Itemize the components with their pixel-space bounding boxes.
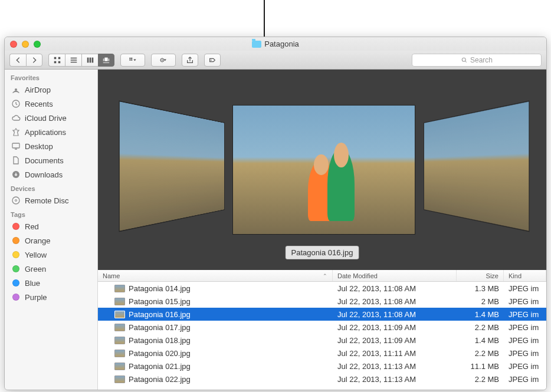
share-callout-line (264, 0, 265, 37)
coverflow-prev-image[interactable] (119, 101, 224, 232)
sidebar-item-label: Blue (25, 279, 40, 288)
sidebar-item-label: Applications (25, 128, 66, 137)
file-date: Jul 22, 2013, 11:13 AM (337, 375, 416, 384)
window-controls (10, 41, 41, 48)
sidebar-item-purple[interactable]: Purple (5, 290, 97, 304)
svg-point-15 (162, 60, 163, 61)
svg-rect-12 (129, 59, 130, 60)
clock-icon (11, 98, 21, 109)
zoom-button[interactable] (34, 41, 41, 48)
file-kind: JPEG im (509, 362, 539, 371)
file-thumbnail-icon (114, 363, 125, 370)
sidebar-item-icloud-drive[interactable]: iCloud Drive (5, 111, 97, 125)
coverflow-view-button[interactable] (98, 54, 114, 67)
table-row[interactable]: Patagonia 014.jpgJul 22, 2013, 11:08 AM1… (98, 282, 546, 295)
list-view-button[interactable] (65, 54, 81, 67)
coverflow-next-image[interactable] (424, 101, 529, 232)
coverflow-area[interactable]: Patagonia 016.jpg (98, 70, 546, 270)
sidebar-item-label: Documents (25, 156, 64, 165)
sidebar-item-label: Desktop (25, 142, 53, 151)
coverflow-current-image[interactable] (232, 105, 415, 235)
cloud-icon (11, 113, 21, 123)
search-field[interactable]: Search (412, 54, 542, 67)
sidebar-item-label: Orange (25, 236, 50, 245)
table-row[interactable]: Patagonia 018.jpgJul 22, 2013, 11:09 AM1… (98, 334, 546, 347)
window-title: Patagonia (5, 39, 546, 48)
doc-icon (11, 155, 21, 166)
table-row[interactable]: Patagonia 016.jpgJul 22, 2013, 11:08 AM1… (98, 308, 546, 321)
column-header-name[interactable]: Name⌃ (98, 270, 333, 281)
icon-view-button[interactable] (48, 54, 65, 67)
column-view-button[interactable] (81, 54, 98, 67)
sidebar-item-red[interactable]: Red (5, 219, 97, 233)
list-header: Name⌃ Date Modified Size Kind (98, 270, 546, 282)
share-button[interactable] (182, 54, 198, 67)
svg-point-17 (462, 58, 465, 61)
file-name: Patagonia 021.jpg (129, 362, 191, 371)
column-header-date[interactable]: Date Modified (333, 270, 457, 281)
svg-point-23 (15, 200, 17, 202)
file-size: 1.3 MB (475, 284, 499, 293)
nav-buttons (9, 54, 42, 67)
forward-button[interactable] (26, 54, 42, 67)
sidebar-item-label: Remote Disc (25, 196, 68, 205)
arrange-button[interactable] (120, 54, 145, 67)
search-placeholder: Search (470, 56, 493, 64)
titlebar[interactable]: Patagonia (5, 37, 546, 51)
svg-point-22 (12, 197, 19, 204)
svg-rect-3 (58, 61, 60, 63)
file-thumbnail-icon (114, 337, 125, 344)
sidebar-item-downloads[interactable]: Downloads (5, 167, 97, 182)
sidebar-item-label: Downloads (25, 170, 63, 179)
close-button[interactable] (10, 41, 17, 48)
action-button[interactable] (151, 54, 176, 67)
table-row[interactable]: Patagonia 017.jpgJul 22, 2013, 11:09 AM2… (98, 321, 546, 334)
sidebar-item-label: Red (25, 222, 39, 231)
back-button[interactable] (9, 54, 26, 67)
file-size: 11.1 MB (471, 362, 499, 371)
table-row[interactable]: Patagonia 021.jpgJul 22, 2013, 11:13 AM1… (98, 360, 546, 373)
sidebar-item-documents[interactable]: Documents (5, 153, 97, 167)
share-group (182, 54, 198, 67)
file-kind: JPEG im (509, 336, 539, 345)
table-row[interactable]: Patagonia 022.jpgJul 22, 2013, 11:13 AM2… (98, 373, 546, 386)
column-header-kind[interactable]: Kind (504, 270, 546, 281)
sidebar-section-header: Favorites (5, 71, 97, 83)
arrange-group (120, 54, 145, 67)
sidebar-item-desktop[interactable]: Desktop (5, 139, 97, 153)
file-date: Jul 22, 2013, 11:09 AM (337, 323, 416, 332)
sidebar-item-label: Recents (25, 100, 53, 108)
tag-dot-icon (11, 278, 21, 288)
content-area: Patagonia 016.jpg Name⌃ Date Modified Si… (98, 70, 546, 390)
file-name: Patagonia 015.jpg (129, 297, 191, 306)
sidebar-item-yellow[interactable]: Yellow (5, 248, 97, 262)
sort-ascending-icon: ⌃ (323, 273, 327, 279)
table-row[interactable]: Patagonia 020.jpgJul 22, 2013, 11:11 AM2… (98, 347, 546, 360)
sidebar-item-blue[interactable]: Blue (5, 276, 97, 290)
sidebar-item-label: AirDrop (25, 85, 51, 94)
table-row[interactable]: Patagonia 015.jpgJul 22, 2013, 11:08 AM2… (98, 295, 546, 308)
sidebar-item-applications[interactable]: Applications (5, 125, 97, 139)
window-title-text: Patagonia (264, 39, 299, 48)
svg-rect-9 (109, 58, 110, 61)
file-name: Patagonia 018.jpg (129, 336, 191, 345)
sidebar-item-label: Yellow (25, 251, 47, 259)
sidebar-item-green[interactable]: Green (5, 262, 97, 276)
sidebar-item-airdrop[interactable]: AirDrop (5, 83, 97, 97)
sidebar-item-orange[interactable]: Orange (5, 233, 97, 248)
svg-rect-20 (12, 143, 19, 148)
edit-tags-button[interactable] (204, 54, 221, 67)
minimize-button[interactable] (22, 41, 29, 48)
svg-point-16 (211, 60, 212, 61)
sidebar-item-recents[interactable]: Recents (5, 97, 97, 111)
file-name: Patagonia 017.jpg (129, 323, 191, 332)
column-header-size[interactable]: Size (457, 270, 504, 281)
file-thumbnail-icon (114, 285, 125, 292)
tag-dot-icon (11, 292, 21, 302)
sidebar-item-remote-disc[interactable]: Remote Disc (5, 193, 97, 207)
file-thumbnail-icon (114, 375, 125, 383)
disc-icon (11, 195, 21, 206)
tag-dot-icon (11, 263, 21, 274)
file-date: Jul 22, 2013, 11:13 AM (337, 362, 416, 371)
svg-rect-0 (54, 57, 56, 59)
